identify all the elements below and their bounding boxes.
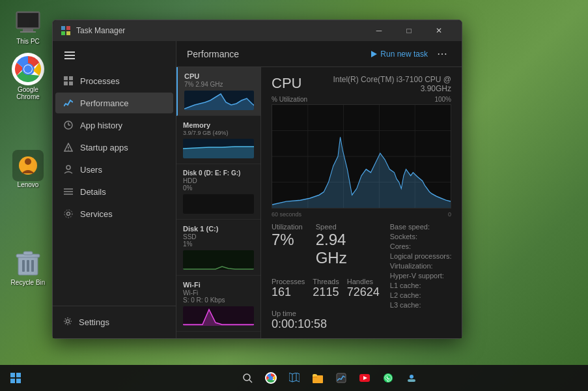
main-panel: Performance Run new task ⋯ (176, 41, 462, 338)
chart-labels: % Utilization 100% (272, 96, 451, 103)
desktop-icon-chrome-label: Google Chrome (5, 86, 51, 100)
processes-stat: Processes 161 (272, 278, 305, 299)
utilization-value: 7% (272, 231, 303, 249)
sidebar-item-services[interactable]: Services (55, 203, 173, 224)
topbar-actions: Run new task ⋯ (370, 46, 451, 61)
perf-item-gpu[interactable]: GPU 0 Intel(R) HD Graphi...0% (176, 332, 260, 338)
svg-point-10 (25, 158, 31, 165)
taskbar-files[interactable] (307, 368, 328, 388)
taskbar-icons (237, 368, 422, 388)
sidebar-processes-label: Processes (80, 76, 120, 86)
left-stats: Utilization 7% Speed 2.94 GHz (272, 223, 380, 336)
svg-point-38 (67, 212, 70, 216)
svg-rect-72 (313, 377, 317, 378)
cpu-header: CPU Intel(R) Core(TM) i3-7100 CPU @ 3.90… (272, 75, 451, 93)
wifi-item-sub: Wi-FiS: 0 R: 0 Kbps (183, 289, 254, 304)
wifi-mini-graph (183, 306, 254, 326)
disk1-item-sub: SSD1% (183, 233, 254, 248)
app-history-icon (63, 120, 74, 130)
desktop-icon-lenovo[interactable]: Lenovo (5, 150, 51, 188)
threads-value: 2115 (313, 285, 339, 299)
perf-item-disk0[interactable]: Disk 0 (D: E: F: G:) HDD0% (176, 164, 260, 220)
sidebar-app-history-label: App history (80, 121, 122, 130)
desktop-icon-this-pc[interactable]: This PC (5, 7, 51, 45)
more-options-button[interactable]: ⋯ (433, 46, 451, 61)
svg-rect-60 (16, 373, 21, 377)
close-button[interactable]: ✕ (424, 20, 454, 41)
svg-marker-68 (289, 373, 300, 382)
disk1-mini-graph (183, 250, 254, 270)
sidebar-item-users[interactable]: Users (55, 159, 173, 180)
right-stats: Base speed: 3.91 GHz Sockets: 1 Cores: 2 (390, 223, 462, 336)
svg-line-64 (249, 380, 252, 383)
taskbar-youtube[interactable] (354, 368, 375, 388)
maximize-button[interactable]: □ (394, 20, 424, 41)
svg-rect-19 (61, 31, 65, 35)
uptime-label: Up time (272, 310, 380, 317)
utilization-label: Utilization (272, 223, 303, 231)
window-title: Task Manager (76, 26, 364, 35)
hamburger-menu[interactable] (58, 44, 81, 67)
title-bar: Task Manager ─ □ ✕ (53, 20, 462, 41)
svg-rect-26 (64, 81, 68, 85)
svg-point-8 (24, 65, 32, 73)
sidebar-item-settings[interactable]: Settings (55, 311, 173, 333)
svg-rect-22 (64, 55, 75, 56)
svg-point-40 (66, 320, 70, 323)
svg-marker-45 (183, 147, 254, 158)
main-topbar: Performance Run new task ⋯ (176, 41, 462, 67)
perf-item-disk1[interactable]: Disk 1 (C:) SSD1% (176, 220, 260, 276)
svg-rect-1 (18, 13, 38, 27)
taskbar-taskmanager[interactable] (331, 368, 352, 388)
threads-stat: Threads 2115 (313, 278, 339, 299)
l1-cache-row: L1 cache: 128 KB (390, 282, 462, 289)
processes-label: Processes (272, 278, 305, 285)
minimize-button[interactable]: ─ (364, 20, 394, 41)
handles-label: Handles (347, 278, 380, 285)
perf-item-wifi[interactable]: Wi-Fi Wi-FiS: 0 R: 0 Kbps (176, 276, 260, 332)
cpu-model: Intel(R) Core(TM) i3-7100 CPU @ 3.90GHz (301, 75, 451, 93)
svg-point-77 (410, 375, 413, 379)
processes-icon (63, 76, 74, 86)
desktop-icon-chrome[interactable]: Google Chrome (5, 52, 51, 100)
cpu-detail-panel: CPU Intel(R) Core(TM) i3-7100 CPU @ 3.90… (261, 67, 462, 338)
desktop-icon-lenovo-label: Lenovo (18, 181, 39, 188)
taskbar-whatsapp[interactable] (378, 368, 399, 388)
chart-label-left: % Utilization (272, 96, 307, 103)
taskbar-weather[interactable] (401, 368, 422, 388)
virtualization-row: Virtualization: Disabled (390, 262, 462, 270)
svg-rect-16 (23, 252, 33, 255)
perf-item-cpu[interactable]: CPU 7% 2.94 GHz (176, 67, 260, 116)
cpu-chart (272, 104, 451, 209)
svg-rect-48 (183, 306, 254, 326)
sidebar-bottom: Settings (53, 306, 176, 338)
cpu-item-name: CPU (184, 72, 254, 80)
svg-rect-14 (31, 260, 34, 272)
svg-point-39 (64, 210, 72, 218)
taskbar-maps[interactable] (284, 368, 305, 388)
perf-item-memory[interactable]: Memory 3.9/7.9 GB (49%) (176, 116, 260, 164)
sidebar-item-app-history[interactable]: App history (55, 115, 173, 136)
desktop-icon-recycle-bin[interactable]: Recycle Bin (5, 248, 51, 286)
chart-time-labels: 60 seconds 0 (272, 211, 451, 218)
hyperv-label: Hyper-V support: (390, 272, 444, 280)
taskbar-chrome[interactable] (260, 368, 281, 388)
taskbar-search[interactable] (237, 368, 258, 388)
sidebar-item-processes[interactable]: Processes (55, 70, 173, 91)
gpu-item-name: GPU 0 (183, 337, 254, 338)
window-controls: ─ □ ✕ (364, 20, 454, 41)
sidebar-startup-label: Startup apps (80, 143, 128, 152)
disk1-item-name: Disk 1 (C:) (183, 225, 254, 233)
cpu-mini-graph (184, 91, 254, 110)
desktop-icon-recycle-bin-label: Recycle Bin (11, 279, 46, 286)
sidebar-item-startup[interactable]: Startup apps (55, 137, 173, 158)
sidebar-item-details[interactable]: Details (55, 181, 173, 202)
handles-stat: Handles 72624 (347, 278, 380, 299)
run-new-task-button[interactable]: Run new task (370, 50, 428, 59)
sidebar-item-performance[interactable]: Performance (55, 93, 173, 113)
time-left: 60 seconds (272, 211, 301, 218)
l2-cache-label: L2 cache: (390, 291, 421, 299)
start-button[interactable] (5, 368, 26, 388)
svg-point-34 (66, 166, 70, 169)
svg-rect-21 (64, 51, 75, 53)
